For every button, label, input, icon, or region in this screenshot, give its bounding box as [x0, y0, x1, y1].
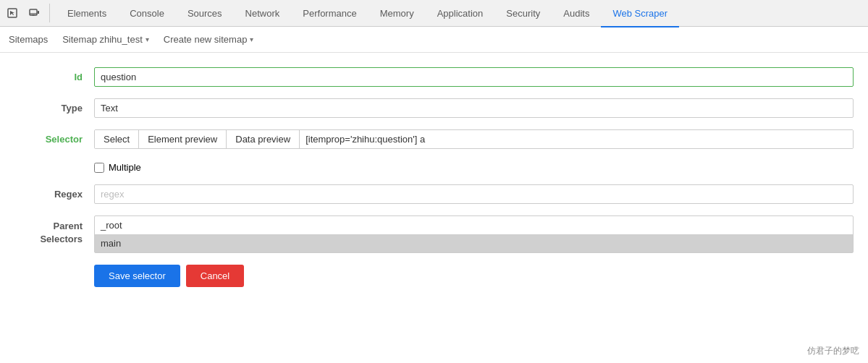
tab-performance[interactable]: Performance: [291, 1, 368, 27]
type-row: Type: [14, 98, 854, 118]
multiple-checkbox[interactable]: [94, 163, 104, 173]
sitemap-dropdown[interactable]: Sitemap zhihu_test ▾: [62, 34, 149, 45]
svg-rect-2: [38, 11, 39, 14]
type-input[interactable]: [94, 98, 854, 118]
id-label: Id: [14, 67, 94, 82]
multiple-checkbox-row: Multiple: [94, 161, 141, 173]
type-label: Type: [14, 98, 94, 114]
sitemap-bar: Sitemaps Sitemap zhihu_test ▾ Create new…: [0, 27, 868, 53]
selector-label: Selector: [14, 129, 94, 145]
main-content: Id Type Selector Select Element preview …: [0, 53, 868, 363]
element-preview-button[interactable]: Element preview: [139, 130, 227, 148]
select-button[interactable]: Select: [95, 130, 139, 148]
parent-selectors-row: ParentSelectors _root main: [14, 215, 854, 253]
parent-selectors-label: ParentSelectors: [14, 215, 94, 246]
tab-network[interactable]: Network: [234, 1, 292, 27]
cursor-icon: [7, 7, 18, 19]
tab-sources[interactable]: Sources: [176, 1, 234, 27]
device-toggle-button[interactable]: [25, 4, 43, 22]
tab-security[interactable]: Security: [494, 1, 552, 27]
tab-web-scraper[interactable]: Web Scraper: [601, 1, 679, 27]
device-icon: [28, 7, 40, 19]
multiple-row: Multiple: [14, 161, 854, 173]
svg-rect-1: [30, 9, 37, 15]
cursor-icon-button[interactable]: [3, 4, 22, 22]
top-toolbar: Elements Console Sources Network Perform…: [0, 0, 868, 27]
regex-label: Regex: [14, 184, 94, 200]
sitemap-chevron-icon: ▾: [146, 35, 149, 43]
selector-controls: Select Element preview Data preview: [94, 129, 854, 149]
parent-selector-root[interactable]: _root: [95, 216, 853, 234]
selector-input[interactable]: [299, 130, 853, 148]
create-sitemap-dropdown[interactable]: Create new sitemap ▾: [164, 34, 254, 45]
watermark: 仿君子的梦呓: [807, 345, 859, 357]
create-chevron-icon: ▾: [250, 35, 253, 43]
tab-application[interactable]: Application: [426, 1, 495, 27]
tab-audits[interactable]: Audits: [552, 1, 601, 27]
multiple-label: Multiple: [109, 162, 141, 173]
parent-selectors-list: _root main: [94, 215, 854, 253]
selector-row: Selector Select Element preview Data pre…: [14, 129, 854, 149]
id-row: Id: [14, 67, 854, 87]
action-buttons: Save selector Cancel: [14, 265, 854, 287]
tab-console[interactable]: Console: [118, 1, 176, 27]
cancel-button[interactable]: Cancel: [186, 265, 244, 287]
save-selector-button[interactable]: Save selector: [94, 265, 180, 287]
tab-memory[interactable]: Memory: [368, 1, 426, 27]
data-preview-button[interactable]: Data preview: [227, 130, 299, 148]
regex-input[interactable]: [94, 184, 854, 204]
nav-tabs: Elements Console Sources Network Perform…: [56, 0, 865, 27]
toolbar-icons: [3, 4, 50, 22]
tab-elements[interactable]: Elements: [56, 1, 118, 27]
multiple-spacer: [14, 161, 94, 165]
sitemaps-link[interactable]: Sitemaps: [9, 31, 48, 48]
id-input[interactable]: [94, 67, 854, 87]
regex-row: Regex: [14, 184, 854, 204]
parent-selector-main[interactable]: main: [95, 234, 853, 252]
